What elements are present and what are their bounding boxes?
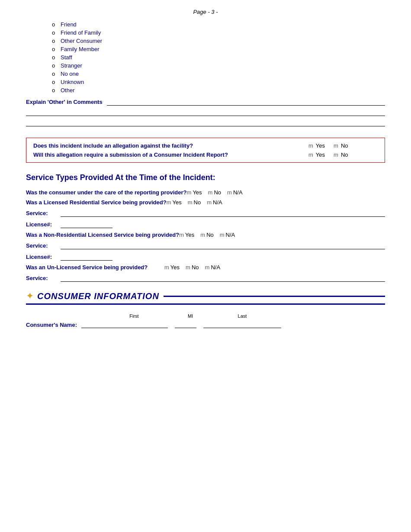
service-row-4: Was an Un-Licensed Service being provide… <box>26 264 385 271</box>
first-sub-label: First <box>91 313 177 319</box>
s4-na-label: N/A <box>211 264 220 271</box>
bullet-char: o <box>52 79 57 85</box>
s1-yes-radio[interactable]: m <box>187 189 192 196</box>
item-label: Friend <box>61 21 77 28</box>
s3-na-radio[interactable]: m <box>220 232 225 238</box>
mi-sub-label: MI <box>177 313 203 319</box>
s1-na-radio[interactable]: m <box>227 189 232 196</box>
service-row-1: Was the consumer under the care of the r… <box>26 189 385 196</box>
bullet-char: o <box>52 38 57 44</box>
allegation-q1: Does this incident include an allegation… <box>33 142 308 149</box>
list-item: o Stranger <box>52 62 385 69</box>
consumer-name-row: Consumer's Name: <box>26 320 385 328</box>
q1-yes-label: Yes <box>316 142 325 149</box>
service-q4-label: Was an Un-Licensed Service being provide… <box>26 264 164 271</box>
list-item: o Other <box>52 87 385 94</box>
allegation-q2: Will this allegation require a submissio… <box>33 152 308 158</box>
q1-no-radio[interactable]: m <box>334 142 338 149</box>
allegation-box: Does this incident include an allegation… <box>26 138 385 163</box>
service-section-heading: Service Types Provided At the Time of th… <box>26 173 385 182</box>
bullet-char: o <box>52 21 57 28</box>
service-row-4-service: Service: <box>26 274 385 282</box>
s3-no-radio[interactable]: m <box>200 232 205 238</box>
list-item: o Friend <box>52 21 385 28</box>
service-row-3-license: License#: <box>26 253 385 261</box>
page-number: Page - 3 - <box>26 9 385 15</box>
s2-no-radio[interactable]: m <box>188 199 193 206</box>
item-label: Staff <box>61 54 72 61</box>
consumer-star-icon: ✦ <box>26 290 34 302</box>
last-sub-label: Last <box>203 313 281 319</box>
allegation-q1-options: m Yes m No <box>308 142 378 149</box>
service-row-2-service: Service: <box>26 209 385 217</box>
explain-other-input[interactable] <box>107 98 385 106</box>
consumer-name-mi[interactable] <box>175 320 196 328</box>
s3-yes-label: Yes <box>185 232 194 238</box>
q2-yes-label: Yes <box>316 152 325 158</box>
s4-na-radio[interactable]: m <box>205 264 210 271</box>
item-label: Stranger <box>61 62 82 69</box>
consumer-name-last[interactable] <box>203 320 281 328</box>
item-label: Friend of Family <box>61 29 101 36</box>
service-label-2: Service: <box>26 242 61 249</box>
bullet-char: o <box>52 54 57 61</box>
s4-no-radio[interactable]: m <box>186 264 190 271</box>
item-label: Other Consumer <box>61 38 102 44</box>
s2-yes-label: Yes <box>172 199 181 206</box>
s2-na-radio[interactable]: m <box>207 199 212 206</box>
bullet-char: o <box>52 87 57 94</box>
list-item: o Friend of Family <box>52 29 385 36</box>
q1-no-label: No <box>341 142 348 149</box>
q1-yes-radio[interactable]: m <box>308 142 313 149</box>
s2-na-label: N/A <box>213 199 222 206</box>
s4-yes-radio[interactable]: m <box>164 264 169 271</box>
bullet-char: o <box>52 71 57 77</box>
s4-no-label: No <box>192 264 199 271</box>
service-field-2[interactable] <box>61 242 385 249</box>
s1-no-radio[interactable]: m <box>208 189 213 196</box>
comments-line-1[interactable] <box>26 108 385 116</box>
list-section: o Friend o Friend of Family o Other Cons… <box>52 21 385 94</box>
s1-na-label: N/A <box>233 189 243 196</box>
service-field-1[interactable] <box>61 209 385 217</box>
license-field-1[interactable] <box>61 220 112 228</box>
item-label: Unknown <box>61 79 84 85</box>
service-q3-label: Was a Non-Residential Licensed Service b… <box>26 232 179 238</box>
allegation-row-2: Will this allegation require a submissio… <box>33 152 378 158</box>
consumer-name-first[interactable] <box>81 320 168 328</box>
comments-line-2[interactable] <box>26 119 385 126</box>
list-item: o Staff <box>52 54 385 61</box>
consumer-info-header: ✦ CONSUMER INFORMATION <box>26 290 385 305</box>
s3-na-label: N/A <box>226 232 235 238</box>
consumer-info-line <box>164 296 385 297</box>
service-row-3: Was a Non-Residential Licensed Service b… <box>26 232 385 238</box>
s3-yes-radio[interactable]: m <box>179 232 184 238</box>
s2-yes-radio[interactable]: m <box>167 199 171 206</box>
consumer-info-title: CONSUMER INFORMATION <box>37 291 159 301</box>
s4-yes-label: Yes <box>170 264 180 271</box>
consumer-name-label: Consumer's Name: <box>26 322 77 328</box>
q2-no-radio[interactable]: m <box>334 152 338 158</box>
service-q2-label: Was a Licensed Residential Service being… <box>26 199 167 206</box>
s1-no-label: No <box>214 189 221 196</box>
service-row-3-service: Service: <box>26 242 385 249</box>
item-label: Other <box>61 87 75 94</box>
list-item: o No one <box>52 71 385 77</box>
item-label: Family Member <box>61 46 100 52</box>
q2-yes-radio[interactable]: m <box>308 152 313 158</box>
list-item: o Family Member <box>52 46 385 52</box>
s2-no-label: No <box>194 199 201 206</box>
service-row-2: Was a Licensed Residential Service being… <box>26 199 385 206</box>
bullet-char: o <box>52 46 57 52</box>
allegation-q2-options: m Yes m No <box>308 152 378 158</box>
s1-yes-label: Yes <box>193 189 202 196</box>
license-field-2[interactable] <box>61 253 112 261</box>
license-label-2: License#: <box>26 254 61 260</box>
explain-row: Explain 'Other' in Comments <box>26 98 385 106</box>
service-row-2-license: License#: <box>26 220 385 228</box>
q2-no-label: No <box>341 152 348 158</box>
license-label-1: License#: <box>26 221 61 228</box>
list-item: o Other Consumer <box>52 38 385 44</box>
bullet-char: o <box>52 62 57 69</box>
service-field-3[interactable] <box>61 274 385 282</box>
